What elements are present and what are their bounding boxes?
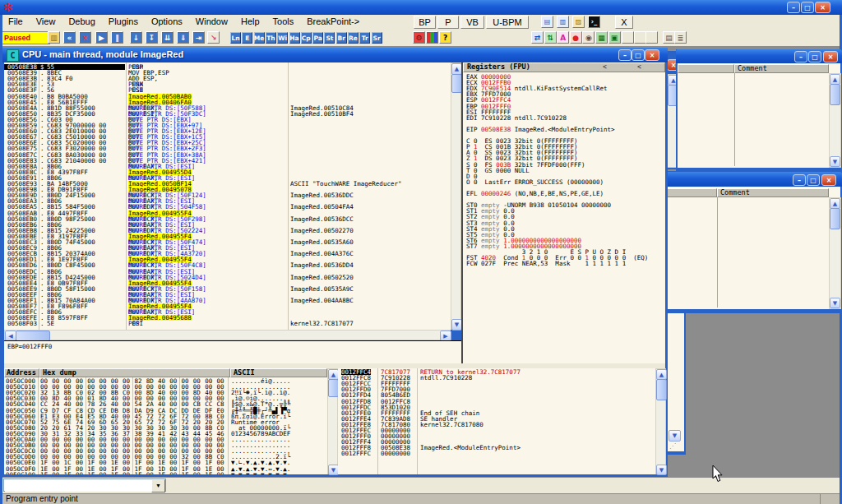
scrollbar-thumb[interactable]: [830, 84, 840, 105]
keys-button[interactable]: ▦: [595, 31, 608, 44]
step-over-button[interactable]: ↧: [146, 31, 158, 44]
cpu-close-button[interactable]: ×: [645, 49, 659, 61]
register-line[interactable]: EDI 7C910228 ntdll.7C910228: [466, 115, 567, 121]
side2-comment-header[interactable]: Comment: [717, 188, 829, 197]
scroll-down-icon[interactable]: ▼: [656, 465, 667, 475]
cpu-maximize-button[interactable]: □: [632, 49, 645, 61]
menu-item-debug[interactable]: Debug: [62, 15, 101, 29]
toolbar-blank-button[interactable]: [645, 31, 658, 44]
breakpoint-button[interactable]: ●: [570, 31, 582, 44]
disasm-row[interactable]: 00508E3E.53PUSH EBX: [4, 81, 451, 87]
disasm-row[interactable]: 00508EE9.8B0D 58F15000MOV ECX,DWORD PTR …: [4, 286, 451, 292]
assemble-button[interactable]: A: [557, 31, 569, 44]
toolbar-letter-ln[interactable]: Ln: [230, 32, 241, 44]
register-line[interactable]: EIP 00508E38 ImageRed.<ModuleEntryPoint>: [466, 127, 615, 132]
scrollbar-thumb[interactable]: [830, 208, 840, 229]
fpu-panel-button[interactable]: <: [603, 64, 607, 70]
disasm-row[interactable]: 00508E3B.83C4 F0ADD ESP,-10: [4, 76, 451, 81]
scrollbar-thumb[interactable]: [656, 379, 667, 400]
restart-button[interactable]: «: [63, 31, 76, 44]
menu-item-window[interactable]: Window: [189, 15, 234, 29]
plugin-close-button[interactable]: X: [615, 16, 633, 29]
disassembly-vscrollbar[interactable]: ▲ ▼: [451, 62, 461, 330]
step-into-button[interactable]: ↓: [130, 31, 142, 44]
open-file-button[interactable]: ▥: [48, 31, 60, 44]
toolbar-blank-button[interactable]: [634, 31, 646, 44]
side2-scrollbar[interactable]: ▲ ▼: [829, 197, 841, 309]
side2-minimize-button[interactable]: –: [793, 174, 806, 186]
menu-item-breakpoint[interactable]: BreakPoint->: [300, 15, 366, 29]
scroll-down-icon[interactable]: ▼: [669, 430, 681, 442]
animate-over-button[interactable]: ⇓: [177, 31, 189, 44]
disasm-row[interactable]: 00508ED6.8B0D C8F45000MOV ECX,DWORD PTR …: [4, 262, 451, 268]
side1-comment-header[interactable]: Comment: [734, 64, 829, 73]
side1-minimize-button[interactable]: –: [794, 51, 807, 62]
toolbar-letter-st[interactable]: St: [324, 32, 335, 44]
toolbar-letter-sr[interactable]: Sr: [372, 32, 382, 44]
main-titlebar[interactable]: ✻ – □ ×: [0, 0, 842, 15]
disasm-row[interactable]: 00508EC3.8B0D 74F45000MOV ECX,DWORD PTR …: [4, 239, 451, 245]
disasm-row[interactable]: 00508E83.C683 21040000 00MOV BYTE PTR DS…: [4, 158, 451, 164]
toolbar-letter-ha[interactable]: Ha: [289, 32, 300, 44]
hex-dump-pane[interactable]: Address Hex dump ASCII 0050C000000000000…: [4, 368, 327, 474]
scroll-down-icon[interactable]: ▼: [830, 298, 840, 308]
trace-button[interactable]: ◉: [582, 31, 594, 44]
cpu-minimize-button[interactable]: –: [618, 49, 632, 61]
disasm-row[interactable]: 00508E38$55PUSH EBP: [4, 64, 451, 70]
fpu-panel-button-2[interactable]: <: [637, 64, 641, 70]
toolbar-letter-cp[interactable]: Cp: [301, 32, 312, 44]
side-window-2-titlebar[interactable]: – □ ×: [663, 172, 842, 187]
updown-button[interactable]: ⇅: [544, 31, 557, 44]
options-button[interactable]: ⚙: [413, 31, 425, 44]
disassembly-pane[interactable]: 00508E38$55PUSH EBP00508E39.8BECMOV EBP,…: [4, 62, 451, 330]
help-button[interactable]: ?: [439, 31, 451, 44]
menu-item-view[interactable]: View: [30, 15, 62, 29]
notes-icon[interactable]: ▤: [541, 16, 553, 28]
command-input[interactable]: [5, 480, 155, 492]
main-close-button[interactable]: ×: [815, 2, 830, 13]
menu-item-file[interactable]: File: [2, 15, 30, 29]
main-minimize-button[interactable]: –: [787, 2, 800, 13]
stack-row[interactable]: 0012FFFC00000000: [338, 451, 655, 456]
log-icon[interactable]: ▥: [557, 16, 569, 28]
toolbar-letter-br[interactable]: Br: [336, 32, 347, 44]
panel-button[interactable]: ▤: [663, 31, 675, 44]
folder-icon[interactable]: ▨: [572, 16, 585, 28]
toolbar-letter-wi[interactable]: Wi: [277, 32, 288, 44]
toolbar-blank-button[interactable]: [622, 31, 634, 44]
disasm-row[interactable]: 00508F03.5EPOP ESIkernel32.7C817077: [4, 321, 451, 326]
side1-scrollbar[interactable]: ▲ ▼: [829, 73, 841, 168]
menu-item-options[interactable]: Options: [145, 15, 189, 29]
cpu-titlebar[interactable]: C CPU - main thread, module ImageRed – □…: [2, 48, 668, 62]
appearance-button[interactable]: [426, 31, 438, 44]
layout-button[interactable]: ≣: [674, 31, 687, 44]
combobox-dropdown-icon[interactable]: ▼: [151, 479, 165, 492]
hex-dump-row[interactable]: 0050C1001F001F001F001F001F001F001F001F00…: [4, 472, 327, 474]
animate-into-button[interactable]: ⇊: [161, 31, 173, 44]
toolbar-letter-pa[interactable]: Pa: [312, 32, 323, 44]
screen-button[interactable]: ▣: [608, 31, 621, 44]
toolbar-letter-me[interactable]: Me: [254, 32, 265, 44]
plugin-button-p[interactable]: P: [437, 16, 459, 29]
menu-item-help[interactable]: Help: [234, 15, 266, 29]
side2-column-1-header[interactable]: [664, 188, 717, 197]
dump-hex-header[interactable]: Hex dump: [39, 368, 230, 377]
resize-grip[interactable]: ⋰: [669, 442, 681, 451]
console-icon[interactable]: ›_: [588, 16, 600, 28]
sync-button[interactable]: ⇄: [531, 31, 544, 44]
stack-vscrollbar[interactable]: ▲ ▼: [655, 368, 666, 474]
pause-button[interactable]: ‖: [111, 31, 123, 44]
disasm-row[interactable]: 00508EFE.E8 8597F8FFCALL ImageRed.004956…: [4, 315, 451, 321]
toolbar-letter-tr[interactable]: Tr: [359, 32, 370, 44]
stack-pane[interactable]: 0012FFC47C817077RETURN to kernel32.7C817…: [338, 368, 655, 474]
dump-ascii-header[interactable]: ASCII: [230, 368, 327, 377]
close-program-button[interactable]: ×: [79, 31, 91, 44]
execute-till-return-button[interactable]: ⇥: [192, 31, 205, 44]
command-combobox[interactable]: ▼: [3, 479, 166, 492]
disasm-row[interactable]: 00508EB0.8B0D 98F25000MOV ECX,DWORD PTR …: [4, 216, 451, 222]
registers-pane[interactable]: Registers (FPU) < < EAX 00000000ECX 0012…: [463, 62, 665, 363]
main-restore-button[interactable]: □: [801, 2, 814, 13]
goto-button[interactable]: ↘: [207, 31, 220, 44]
disasm-row[interactable]: 00508E9D.8B0D 24F15000MOV ECX,DWORD PTR …: [4, 192, 451, 198]
disassembly-hscrollbar[interactable]: ◀ ▶: [4, 330, 451, 340]
